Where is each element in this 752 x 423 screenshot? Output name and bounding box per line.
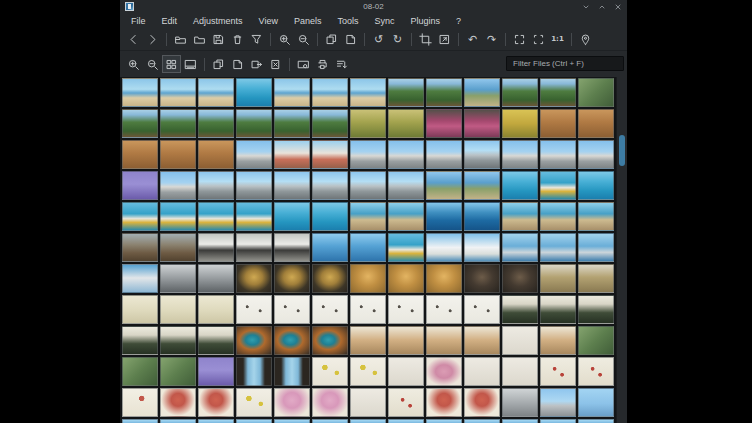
thumbnail-turquoise[interactable] [274, 202, 310, 231]
thumbnail-foliage[interactable] [160, 357, 196, 386]
thumbnail-hotel[interactable] [274, 140, 310, 169]
thumbnail-sliverblue[interactable] [160, 419, 196, 423]
thumbnail-purple[interactable] [122, 171, 158, 200]
delete-button[interactable] [228, 30, 247, 48]
resize-button[interactable] [435, 30, 454, 48]
grid-view-button[interactable] [162, 55, 181, 73]
thumbnail-boat[interactable] [388, 233, 424, 262]
thumbnail-berry[interactable] [388, 388, 424, 417]
thumbnail-squirrel[interactable] [540, 326, 576, 355]
thumbnail-road[interactable] [464, 140, 500, 169]
minimize-button[interactable] [581, 2, 590, 11]
thumbnail-donkey[interactable] [540, 109, 576, 138]
thumbnail-insect[interactable] [236, 295, 272, 324]
thumbnail-coast[interactable] [464, 78, 500, 107]
thumbnail-vase[interactable] [502, 357, 538, 386]
filter-files-input[interactable] [506, 56, 624, 71]
thumbnail-road[interactable] [350, 171, 386, 200]
copy-file-button[interactable] [209, 55, 228, 73]
thumbnail-fox[interactable] [350, 264, 386, 293]
thumbnail-street[interactable] [502, 140, 538, 169]
thumbnail-road[interactable] [312, 171, 348, 200]
filter-sort-button[interactable] [332, 55, 351, 73]
thumbnail-turquoise[interactable] [236, 78, 272, 107]
thumbnail-fox[interactable] [426, 264, 462, 293]
paste-button[interactable] [341, 30, 360, 48]
thumbnail-kingfisher[interactable] [312, 326, 348, 355]
thumbnail-beach[interactable] [274, 78, 310, 107]
thumbnail-carnation[interactable] [312, 388, 348, 417]
thumbnail-sliverblue[interactable] [198, 419, 234, 423]
thumbnail-bay[interactable] [312, 233, 348, 262]
thumbnail-sliverblue[interactable] [312, 419, 348, 423]
thumbnail-chapel[interactable] [464, 233, 500, 262]
thumbnail-butterflydark[interactable] [236, 264, 272, 293]
thumbnail-specbox[interactable] [122, 295, 158, 324]
thumbnail-window[interactable] [274, 357, 310, 386]
maximize-button[interactable] [597, 2, 606, 11]
rotate-cw-button[interactable]: ↻ [388, 30, 407, 48]
thumbnail-sliverblue[interactable] [502, 419, 538, 423]
thumbnail-pigeon[interactable] [198, 264, 234, 293]
thumbnail-pier[interactable] [122, 264, 158, 293]
menu-panels[interactable]: Panels [286, 15, 330, 27]
thumbnail-birddark[interactable] [540, 295, 576, 324]
thumbnail-road[interactable] [388, 171, 424, 200]
rotate-ccw-button[interactable]: ↺ [369, 30, 388, 48]
thumbnail-deepblue[interactable] [464, 202, 500, 231]
thumbnail-palm[interactable] [540, 78, 576, 107]
frameless-button[interactable] [529, 30, 548, 48]
thumbnail-turquoise[interactable] [502, 171, 538, 200]
thumbnail-street[interactable] [160, 171, 196, 200]
thumbnail-boat[interactable] [160, 202, 196, 231]
thumbnail-boat[interactable] [122, 202, 158, 231]
thumbnail-pigeon[interactable] [160, 264, 196, 293]
copy-button[interactable] [322, 30, 341, 48]
menu-file[interactable]: File [123, 15, 154, 27]
thumbnail-birddark[interactable] [122, 326, 158, 355]
thumbnail-squirrel[interactable] [426, 326, 462, 355]
thumbnail-bay[interactable] [350, 233, 386, 262]
zoom-in-button[interactable] [275, 30, 294, 48]
thumbnail-palm[interactable] [388, 78, 424, 107]
forward-button[interactable] [143, 30, 162, 48]
thumbnail-insect[interactable] [350, 295, 386, 324]
undo-button[interactable]: ↶ [463, 30, 482, 48]
thumbnail-donkey[interactable] [198, 140, 234, 169]
open-directory-button[interactable] [190, 30, 209, 48]
thumbnail-boat[interactable] [236, 202, 272, 231]
thumbnail-arch[interactable] [540, 202, 576, 231]
thumbnail-donkey[interactable] [578, 109, 614, 138]
thumbnail-crossing[interactable] [540, 388, 576, 417]
thumbnail-palm[interactable] [198, 109, 234, 138]
thumbnail-road[interactable] [236, 171, 272, 200]
thumbnail-vase[interactable] [350, 388, 386, 417]
thumbnail-palm[interactable] [312, 109, 348, 138]
thumbnail-insect[interactable] [312, 295, 348, 324]
menu-tools[interactable]: Tools [329, 15, 366, 27]
thumbnail-turquoise[interactable] [312, 202, 348, 231]
thumbnail-street[interactable] [388, 140, 424, 169]
redo-button[interactable]: ↷ [482, 30, 501, 48]
thumbnail-botwhite[interactable] [350, 357, 386, 386]
thumbnail-coast[interactable] [464, 171, 500, 200]
thumbnail-kingfisher[interactable] [236, 326, 272, 355]
thumbnail-beach[interactable] [312, 78, 348, 107]
thumbnail-beach[interactable] [350, 78, 386, 107]
thumbnail-palm[interactable] [274, 109, 310, 138]
thumbnail-arch[interactable] [388, 202, 424, 231]
thumbnail-arch[interactable] [502, 202, 538, 231]
thumbnail-boat[interactable] [540, 171, 576, 200]
thumbnail-vase[interactable] [464, 357, 500, 386]
open-button[interactable] [171, 30, 190, 48]
thumbnail-bench[interactable] [160, 233, 196, 262]
thumbnail-vase[interactable] [388, 357, 424, 386]
thumbnail-specbox[interactable] [198, 295, 234, 324]
thumbnail-foliage[interactable] [578, 326, 614, 355]
menu-adjustments[interactable]: Adjustments [185, 15, 251, 27]
thumbnail-road[interactable] [198, 171, 234, 200]
thumbnail-street[interactable] [578, 140, 614, 169]
thumbnail-street[interactable] [350, 140, 386, 169]
paste-file-button[interactable] [228, 55, 247, 73]
thumbnail-sliverblue[interactable] [578, 419, 614, 423]
